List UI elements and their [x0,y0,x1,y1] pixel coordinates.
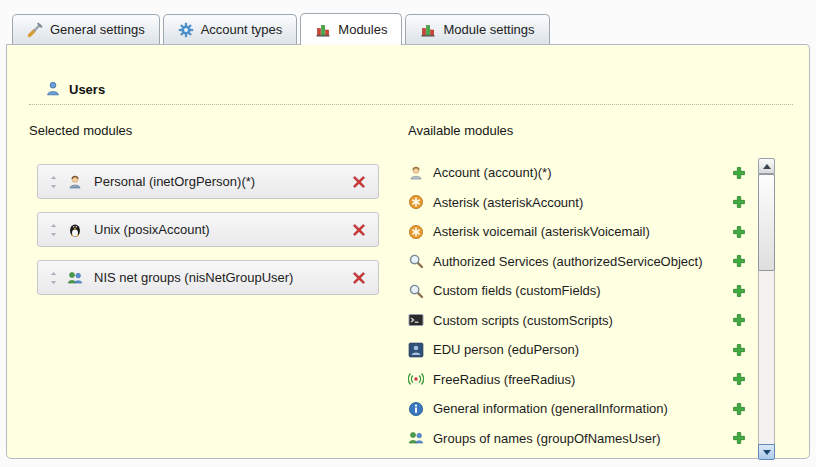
add-module-button[interactable] [731,430,747,446]
selected-module-row: NIS net groups (nisNetGroupUser) [37,260,379,295]
selected-modules-heading: Selected modules [29,123,408,138]
scrollbar-track[interactable] [758,174,775,444]
selected-module-row: Personal (inetOrgPerson)(*) [37,164,379,199]
edu-person-icon [408,342,424,358]
add-module-button[interactable] [731,165,747,181]
gear-icon [178,22,194,38]
available-module-label: General information (generalInformation) [433,401,731,416]
add-module-button[interactable] [731,283,747,299]
group-icon [408,430,424,446]
add-module-button[interactable] [731,194,747,210]
down-arrow-icon [763,450,771,455]
add-module-button[interactable] [731,342,747,358]
modules-icon [315,22,331,38]
tab-general-settings[interactable]: General settings [12,14,160,44]
available-module-label: Asterisk (asteriskAccount) [433,195,731,210]
available-module-label: Account (account)(*) [433,165,731,180]
tux-icon [67,222,83,238]
available-modules-area: Account (account)(*)Asterisk (asteriskAc… [408,138,809,460]
drag-handle-icon[interactable] [49,174,58,190]
remove-module-button[interactable] [351,174,367,190]
available-modules-heading: Available modules [408,123,513,138]
users-section-title: Users [69,82,105,97]
available-module-label: FreeRadius (freeRadius) [433,372,731,387]
remove-module-button[interactable] [351,270,367,286]
scroll-down-button[interactable] [758,444,775,460]
add-module-button[interactable] [731,401,747,417]
tab-label: Modules [338,22,387,37]
modules-panel: Users Selected modules Available modules… [6,44,810,459]
add-module-button[interactable] [731,253,747,269]
tab-modules[interactable]: Modules [300,13,402,45]
magnifier-icon [408,283,424,299]
tab-bar: General settingsAccount typesModulesModu… [12,13,550,44]
person-icon [67,174,83,190]
selected-module-label: NIS net groups (nisNetGroupUser) [94,270,351,285]
module-settings-icon [420,22,436,38]
available-module-row: Authorized Services (authorizedServiceOb… [408,247,749,277]
available-module-row: Asterisk voicemail (asteriskVoicemail) [408,217,749,247]
selected-modules-list: Personal (inetOrgPerson)(*)Unix (posixAc… [29,138,408,308]
tab-label: Module settings [443,22,534,37]
module-columns: Personal (inetOrgPerson)(*)Unix (posixAc… [29,138,809,460]
scrollbar-thumb[interactable] [758,174,775,271]
terminal-icon [408,312,424,328]
available-module-label: Authorized Services (authorizedServiceOb… [433,254,731,269]
available-module-label: Groups of names (groupOfNamesUser) [433,431,731,446]
account-icon [408,165,424,181]
group-icon [67,270,83,286]
scroll-up-button[interactable] [758,158,775,174]
available-modules-scrollbar[interactable] [758,158,775,460]
selected-module-label: Personal (inetOrgPerson)(*) [94,174,351,189]
add-module-button[interactable] [731,224,747,240]
column-headings: Selected modules Available modules [29,123,809,138]
add-module-button[interactable] [731,371,747,387]
available-module-label: Asterisk voicemail (asteriskVoicemail) [433,224,731,239]
tab-account-types[interactable]: Account types [163,14,298,44]
users-section-header: Users [29,81,793,105]
available-module-row: Groups of names (groupOfNamesUser) [408,424,749,454]
info-icon [408,401,424,417]
available-module-label: Custom fields (customFields) [433,283,731,298]
asterisk-icon [408,194,424,210]
drag-handle-icon[interactable] [49,222,58,238]
selected-module-label: Unix (posixAccount) [94,222,351,237]
available-modules-list: Account (account)(*)Asterisk (asteriskAc… [408,138,749,453]
add-module-button[interactable] [731,312,747,328]
available-module-row: Custom scripts (customScripts) [408,306,749,336]
available-module-row: Asterisk (asteriskAccount) [408,188,749,218]
selected-module-row: Unix (posixAccount) [37,212,379,247]
magnifier-icon [408,253,424,269]
antenna-icon [408,371,424,387]
tab-label: Account types [201,22,283,37]
remove-module-button[interactable] [351,222,367,238]
up-arrow-icon [763,164,771,169]
available-module-label: EDU person (eduPerson) [433,342,731,357]
users-icon [45,81,61,97]
available-module-row: EDU person (eduPerson) [408,335,749,365]
available-module-row: Account (account)(*) [408,158,749,188]
tools-icon [27,22,43,38]
tab-module-settings[interactable]: Module settings [405,14,549,44]
tab-label: General settings [50,22,145,37]
available-module-row: General information (generalInformation) [408,394,749,424]
available-module-row: Custom fields (customFields) [408,276,749,306]
available-module-label: Custom scripts (customScripts) [433,313,731,328]
drag-handle-icon[interactable] [49,270,58,286]
asterisk-icon [408,224,424,240]
available-module-row: FreeRadius (freeRadius) [408,365,749,395]
